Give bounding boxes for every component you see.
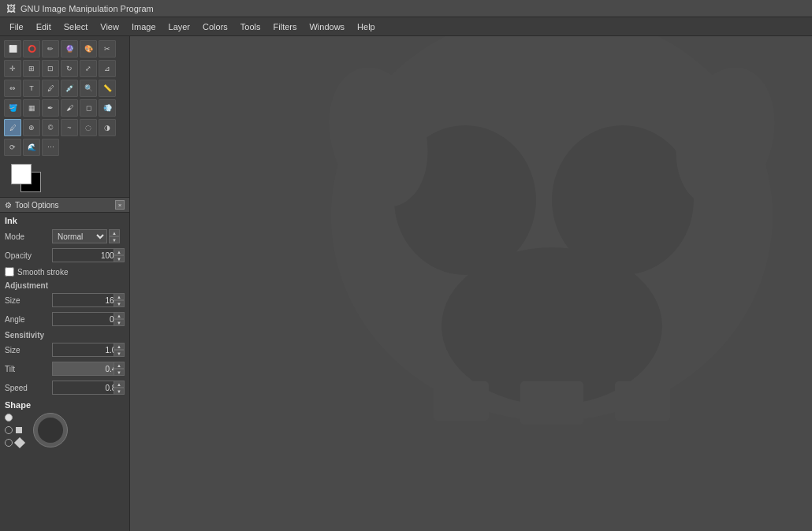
ellipse-select-tool[interactable]: ⭕	[23, 40, 40, 58]
color-swatches-area	[3, 158, 126, 194]
zoom-tool[interactable]: 🔍	[80, 80, 97, 97]
sens-speed-spinbox-wrap: ▲ ▼	[52, 381, 125, 395]
gradient-tool[interactable]: ▦	[23, 99, 40, 117]
sens-size-down-arrow[interactable]: ▼	[114, 350, 125, 357]
mode-up-arrow[interactable]: ▲	[109, 229, 120, 236]
sens-tilt-arrows: ▲ ▼	[114, 362, 125, 376]
opacity-up-arrow[interactable]: ▲	[114, 248, 125, 255]
shape-square-radio[interactable]	[5, 426, 13, 434]
paths-tool[interactable]: 🖊	[42, 80, 59, 97]
sens-tilt-label: Tilt	[5, 365, 52, 373]
menu-view[interactable]: View	[94, 20, 125, 33]
menu-filters[interactable]: Filters	[267, 20, 304, 33]
free-select-tool[interactable]: ✏	[42, 40, 59, 58]
angle-arrows: ▲ ▼	[114, 312, 125, 326]
extra-tool[interactable]: ⋯	[42, 139, 59, 156]
shear-tool[interactable]: ⊿	[99, 60, 116, 77]
scissors-select-tool[interactable]: ✂	[99, 40, 116, 58]
size-control: Size ▲ ▼	[0, 291, 129, 310]
mode-down-arrow[interactable]: ▼	[109, 236, 120, 243]
mode-select[interactable]: Normal Multiply Screen Overlay	[52, 229, 107, 243]
rotate-tool[interactable]: ↻	[61, 60, 78, 77]
shape-circle-radio[interactable]	[5, 414, 13, 421]
sens-tilt-down-arrow[interactable]: ▼	[114, 369, 125, 376]
menu-select[interactable]: Select	[58, 20, 95, 33]
move-tool[interactable]: ✛	[4, 60, 21, 77]
tool-row-5: 🖊 ⊕ © ~ ◌ ◑	[3, 118, 126, 137]
text-tool[interactable]: T	[23, 80, 40, 97]
svg-rect-6	[434, 381, 489, 421]
crop-tool[interactable]: ⊡	[42, 60, 59, 77]
fuzzy-select-tool[interactable]: 🔮	[61, 40, 78, 58]
shape-label: Shape	[5, 400, 125, 410]
sens-speed-down-arrow[interactable]: ▼	[114, 388, 125, 395]
menu-edit[interactable]: Edit	[30, 20, 58, 33]
dodge-burn-tool[interactable]: ◑	[99, 119, 116, 136]
canvas-area[interactable]	[130, 36, 812, 531]
scale-tool[interactable]: ⤢	[80, 60, 97, 77]
menu-windows[interactable]: Windows	[303, 20, 351, 33]
eraser-tool[interactable]: ◻	[80, 99, 97, 117]
menu-layer[interactable]: Layer	[162, 20, 197, 33]
angle-down-arrow[interactable]: ▼	[114, 319, 125, 326]
size-spinbox-wrap: ▲ ▼	[52, 293, 125, 307]
panel-header-title: ⚙ Tool Options	[5, 201, 59, 210]
ink-tool[interactable]: 🖊	[4, 119, 21, 136]
sens-tilt-up-arrow[interactable]: ▲	[114, 362, 125, 369]
sens-size-spinbox-wrap: ▲ ▼	[52, 343, 125, 357]
smooth-stroke-row: Smooth stroke	[0, 265, 129, 279]
healing-tool[interactable]: ⊕	[23, 119, 40, 136]
sens-size-up-arrow[interactable]: ▲	[114, 343, 125, 350]
pencil-tool[interactable]: ✒	[42, 99, 59, 117]
sens-speed-up-arrow[interactable]: ▲	[114, 381, 125, 388]
main-layout: ⬜ ⭕ ✏ 🔮 🎨 ✂ ✛ ⊞ ⊡ ↻ ⤢ ⊿ ⇔ T 🖊 💉	[0, 36, 812, 531]
shape-square-icon	[16, 427, 22, 433]
opacity-spinbox-wrap: 100.0 ▲ ▼	[52, 248, 125, 262]
paintbrush-tool[interactable]: 🖌	[61, 99, 78, 117]
airbrush-tool[interactable]: 💨	[99, 99, 116, 117]
panel-icon: ⚙	[5, 201, 12, 210]
foreground-color-swatch[interactable]	[11, 164, 32, 184]
color-picker-tool[interactable]: 💉	[61, 80, 78, 97]
align-tool[interactable]: ⊞	[23, 60, 40, 77]
shape-options	[5, 413, 125, 447]
flip-tool[interactable]: ⇔	[4, 80, 21, 97]
shape-circle-option[interactable]	[5, 414, 24, 421]
opacity-label: Opacity	[5, 251, 52, 260]
angle-up-arrow[interactable]: ▲	[114, 312, 125, 319]
shape-diamond-radio[interactable]	[5, 439, 13, 447]
blur-tool[interactable]: ◌	[80, 119, 97, 136]
opacity-down-arrow[interactable]: ▼	[114, 255, 125, 262]
opacity-arrows: ▲ ▼	[114, 248, 125, 262]
shape-section: Shape	[0, 397, 129, 451]
rect-select-tool[interactable]: ⬜	[4, 40, 21, 58]
tool-row-2: ✛ ⊞ ⊡ ↻ ⤢ ⊿	[3, 59, 126, 78]
sens-tilt-control: Tilt ▲ ▼	[0, 359, 129, 378]
measure-tool[interactable]: 📏	[99, 80, 116, 97]
toolbox: ⬜ ⭕ ✏ 🔮 🎨 ✂ ✛ ⊞ ⊡ ↻ ⤢ ⊿ ⇔ T 🖊 💉	[0, 36, 129, 198]
menu-colors[interactable]: Colors	[196, 20, 234, 33]
panel-close-button[interactable]: ×	[115, 200, 125, 210]
shape-diamond-icon	[14, 437, 25, 448]
svg-rect-7	[520, 381, 583, 425]
menu-file[interactable]: File	[3, 20, 30, 33]
by-color-select-tool[interactable]: 🎨	[80, 40, 97, 58]
tool-options-header: ⚙ Tool Options ×	[0, 198, 129, 213]
tool-row-6: ⟳ 🌊 ⋯	[3, 138, 126, 157]
warp-tool[interactable]: ⟳	[4, 139, 21, 156]
clone-tool[interactable]: ©	[42, 119, 59, 136]
panel-title: Tool Options	[15, 201, 59, 210]
smooth-stroke-checkbox[interactable]	[5, 267, 14, 277]
shape-diamond-option[interactable]	[5, 439, 24, 447]
shape-square-option[interactable]	[5, 426, 24, 434]
size-down-arrow[interactable]: ▼	[114, 300, 125, 307]
menu-tools[interactable]: Tools	[234, 20, 267, 33]
size-up-arrow[interactable]: ▲	[114, 293, 125, 300]
menu-help[interactable]: Help	[351, 20, 382, 33]
bucket-fill-tool[interactable]: 🪣	[4, 99, 21, 117]
smudge-tool[interactable]: ~	[61, 119, 78, 136]
mybrush-tool[interactable]: 🌊	[23, 139, 40, 156]
size-label: Size	[5, 296, 52, 305]
menu-image[interactable]: Image	[125, 20, 162, 33]
sensitivity-section-label: Sensitivity	[0, 329, 129, 340]
